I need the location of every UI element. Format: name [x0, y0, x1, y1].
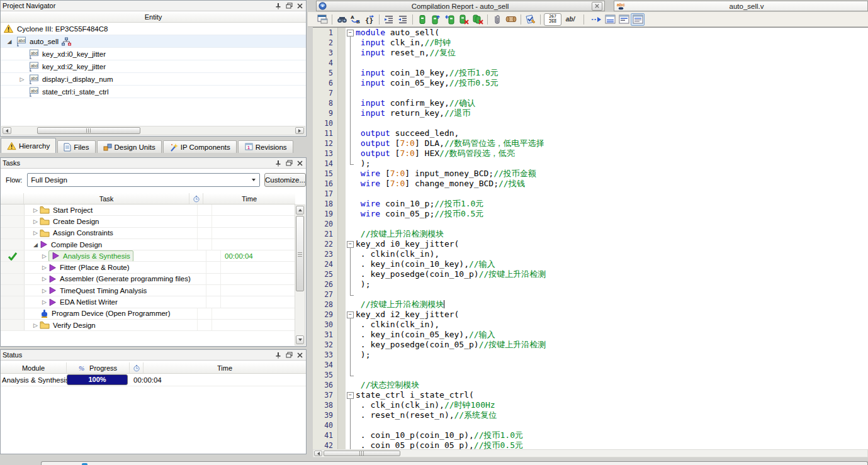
bookmark-clear-all-icon[interactable] — [471, 13, 485, 26]
scroll-left-icon[interactable] — [3, 127, 11, 134]
close-icon[interactable] — [295, 159, 304, 167]
task-row[interactable]: Program Device (Open Programmer) — [1, 308, 295, 320]
code-text[interactable]: wire [7:0] change_money_BCD;//找钱 — [356, 179, 525, 189]
view-report-pane-icon[interactable] — [603, 13, 617, 26]
code-fold-toggle[interactable]: − — [347, 311, 354, 318]
tasks-vscrollbar[interactable] — [295, 204, 305, 345]
code-line[interactable]: 24 . key_in(coin_10_key),//输入 — [313, 259, 868, 269]
code-line[interactable]: 20 — [313, 219, 868, 229]
code-text[interactable]: output [7:0] HEX//数码管段选，低亮 — [356, 148, 515, 159]
code-fold-toggle[interactable]: − — [347, 30, 354, 36]
code-line[interactable]: 14 ); — [313, 159, 868, 169]
code-fold-toggle[interactable]: − — [347, 392, 354, 399]
entity-tree-item[interactable]: abdstate_ctrl:i_state_ctrl — [1, 86, 306, 98]
tab-revisions[interactable]: 1 Revisions — [238, 140, 293, 153]
pin-icon[interactable] — [274, 159, 283, 167]
code-line[interactable]: 16 wire [7:0] change_money_BCD;//找钱 — [313, 179, 868, 189]
float-window-icon[interactable] — [285, 351, 293, 359]
code-line[interactable]: 19 wire coin_05_p;//投币0.5元 — [313, 209, 868, 219]
code-text[interactable]: //按键上升沿检测模块 — [356, 229, 444, 239]
code-line[interactable]: 27 — [313, 289, 868, 300]
code-text[interactable]: output succeed_ledn, — [356, 128, 459, 138]
code-editor[interactable]: 1−module auto_sell(2 input clk_in,//时钟3 … — [313, 27, 868, 450]
goto-line-icon[interactable]: 267268 — [543, 13, 562, 26]
code-text[interactable]: . coin_05_p(coin_05_p),//投币0.5元 — [356, 440, 523, 450]
time-column-header[interactable]: Time — [203, 193, 295, 204]
code-line[interactable]: 21 //按键上升沿检测模块 — [313, 229, 868, 239]
code-line[interactable]: 25 . key_posedge(coin_10_p)//按键上升沿检测 — [313, 269, 868, 279]
scroll-thumb[interactable] — [324, 451, 400, 456]
entity-tree-item[interactable]: ◢abdauto_sell — [1, 35, 306, 48]
background-window-edge[interactable] — [41, 461, 868, 465]
code-line[interactable]: 11 output succeed_ledn, — [313, 128, 868, 138]
tab-design-units[interactable]: Design Units — [97, 140, 162, 153]
code-text[interactable]: ); — [356, 159, 370, 169]
flow-select[interactable]: Full Design — [27, 173, 260, 187]
indent-icon[interactable] — [382, 13, 396, 26]
code-text[interactable]: input reset_n,//复位 — [356, 48, 456, 58]
code-line[interactable]: 2 input clk_in,//时钟 — [313, 38, 868, 48]
task-row[interactable]: ▷Start Project — [1, 204, 295, 216]
code-text[interactable]: input confirm_key,//确认 — [356, 98, 475, 108]
entity-tree-item[interactable]: ▷abddisplay:i_display_num — [1, 73, 306, 86]
code-line[interactable]: 35 — [313, 370, 868, 380]
attach-icon[interactable] — [490, 13, 504, 26]
code-text[interactable]: . key_posedge(coin_05_p)//按键上升沿检测 — [356, 340, 546, 350]
clock-icon[interactable] — [130, 362, 144, 373]
bookmark-next-icon[interactable] — [429, 13, 443, 26]
code-text[interactable]: wire coin_05_p;//投币0.5元 — [356, 209, 483, 219]
code-line[interactable]: 34 — [313, 360, 868, 370]
close-icon[interactable] — [295, 2, 304, 9]
code-line[interactable]: 32 . key_posedge(coin_05_p)//按键上升沿检测 — [313, 340, 868, 350]
task-row[interactable]: ▷Create Design — [1, 216, 295, 227]
editor-titlebar[interactable]: abc auto_sell.v — [614, 1, 868, 11]
code-fold-toggle[interactable]: − — [347, 241, 354, 248]
code-text[interactable]: . key_in(coin_10_key),//输入 — [356, 259, 495, 269]
view-source-pane-icon[interactable] — [617, 13, 631, 26]
code-line[interactable]: 17 — [313, 189, 868, 199]
bookmark-prev-icon[interactable] — [443, 13, 457, 26]
task-expand-arrow[interactable]: ▷ — [40, 299, 48, 305]
code-text[interactable]: ); — [356, 279, 370, 289]
open-in-new-window-icon[interactable] — [315, 13, 329, 26]
code-text[interactable]: input return_key,//退币 — [356, 108, 471, 118]
goto-marker-icon[interactable] — [589, 13, 603, 26]
macro-script-icon[interactable] — [504, 13, 518, 26]
code-text[interactable]: . clk_in(clk_in),//时钟100Hz — [356, 400, 495, 410]
scroll-thumb[interactable] — [37, 127, 140, 134]
code-line[interactable]: 38 . clk_in(clk_in),//时钟100Hz — [313, 400, 868, 410]
code-text[interactable]: module auto_sell( — [356, 28, 439, 38]
comment-icon[interactable]: ab/ — [562, 13, 578, 26]
entity-column-header[interactable]: Entity — [1, 11, 306, 23]
scroll-up-icon[interactable] — [296, 206, 304, 215]
code-line[interactable]: 33 ); — [313, 350, 868, 360]
code-line[interactable]: 42 . coin_05_p(coin_05_p),//投币0.5元 — [313, 440, 868, 450]
task-row[interactable]: ▷Verify Design — [1, 320, 295, 331]
close-icon[interactable] — [295, 351, 304, 359]
task-expand-arrow[interactable]: ▷ — [40, 276, 48, 282]
task-expand-arrow[interactable]: ▷ — [40, 253, 48, 259]
code-line[interactable]: 6 input coin_05_key,//投币0.5元 — [313, 78, 868, 88]
code-text[interactable]: input clk_in,//时钟 — [356, 38, 451, 48]
code-line[interactable]: 15 wire [7:0] input_money_BCD;//投币金额 — [313, 169, 868, 179]
code-text[interactable]: wire coin_10_p;//投币1.0元 — [356, 199, 483, 209]
code-text[interactable]: . coin_10_p(coin_10_p),//投币1.0元 — [356, 430, 523, 440]
find-icon[interactable] — [335, 13, 349, 26]
scroll-down-icon[interactable] — [296, 335, 304, 344]
module-column-header[interactable]: Module — [1, 362, 67, 373]
code-text[interactable]: . clkin(clk_in), — [356, 320, 439, 330]
entity-tree-item[interactable]: abdkey_xd:i0_key_jitter — [1, 48, 306, 60]
bookmark-toggle-icon[interactable] — [415, 13, 429, 26]
clock-icon[interactable] — [189, 193, 203, 204]
code-text[interactable]: . key_posedge(coin_10_p)//按键上升沿检测 — [356, 269, 546, 279]
view-split-pane-icon[interactable] — [631, 13, 645, 26]
check-syntax-icon[interactable] — [524, 13, 538, 26]
task-row[interactable]: ◢Compile Design — [1, 239, 295, 250]
code-line[interactable]: 3 input reset_n,//复位 — [313, 48, 868, 58]
pin-icon[interactable] — [274, 2, 283, 9]
code-text[interactable]: output [7:0] DLA,//数码管位选，低电平选择 — [356, 138, 544, 148]
code-text[interactable]: key_xd i2_key_jitter( — [356, 310, 459, 320]
task-row[interactable]: ▷Fitter (Place & Route) — [1, 262, 295, 273]
compilation-report-titlebar[interactable]: Compilation Report - auto_sell — [316, 1, 605, 11]
task-expand-arrow[interactable]: ▷ — [31, 230, 40, 236]
